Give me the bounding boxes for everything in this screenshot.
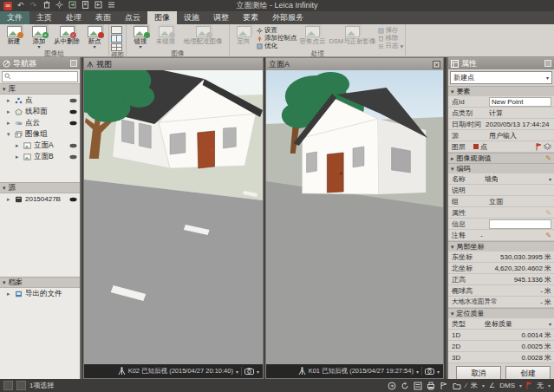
section-feature[interactable]: ▾ 要素 [448,86,554,96]
redo-icon[interactable]: ↷ [29,1,38,10]
edit-icon[interactable]: ✎ [545,232,551,239]
tab-pointclouds[interactable]: 点云 [118,11,147,24]
edit-icon[interactable]: ✎ [545,209,551,217]
add-control-point-button[interactable]: 添加控制点 [257,35,297,42]
feature-mode-dropdown[interactable]: 无 [537,381,544,390]
info-field[interactable] [489,219,551,229]
print-icon[interactable] [427,382,435,390]
flag-icon[interactable] [536,143,542,151]
tab-file[interactable]: 文件 [0,11,29,24]
scene-facade-a[interactable] [266,70,443,364]
angle-unit-dropdown[interactable]: DMS [499,382,515,389]
group-label-process: 处理 [231,49,403,57]
viewport-facade-header[interactable]: 立面A ✕ [266,58,443,70]
new-imagegroup-button[interactable]: 新建 [2,25,26,45]
tree-item-source-file[interactable]: ▸ 20150427B [0,193,80,205]
app-logo-icon[interactable]: ∞ [3,2,12,10]
save-button[interactable]: 保存 [378,27,404,34]
add-images-button[interactable]: + 添加 ▾ [27,25,51,49]
viewport-3d-header[interactable]: 视图 [84,58,263,70]
settings-icon[interactable] [55,1,64,10]
view-single-icon[interactable] [111,26,122,34]
folder-icon[interactable] [453,382,461,390]
tree-section-library[interactable]: ▾ 库 [0,83,80,95]
search-input[interactable] [2,71,78,82]
tab-infrastructure[interactable]: 设施 [177,11,206,24]
log-list-icon[interactable] [414,382,422,390]
import-icon[interactable] [68,1,77,10]
marker-icon[interactable] [440,382,448,390]
tab-home[interactable]: 主页 [29,11,59,24]
tab-processing[interactable]: 处理 [59,11,88,24]
selection-mode-icon[interactable] [3,381,13,390]
tree-item-exported-files[interactable]: ▸ 导出的文件 [0,288,80,299]
refresh-icon[interactable] [401,382,409,390]
tab-features[interactable]: 要素 [236,11,265,24]
eye-icon[interactable] [69,154,77,160]
eye-icon[interactable] [69,143,77,148]
dsm-ortho-button[interactable]: DSM与正射影像 [329,25,377,45]
scene-3d[interactable] [84,70,263,364]
section-local-coordinates[interactable]: ▾ 局部坐标 [448,241,554,252]
station-label[interactable]: K02 已知后视 (2015/04/27 20:10:40) [128,367,233,376]
settings-small-button[interactable]: 设置 [257,27,297,34]
view-quad-icon[interactable] [111,43,122,51]
layers-icon[interactable] [544,143,551,150]
orient-button[interactable]: 定向 [231,25,256,45]
tree-section-archive[interactable]: ▾ 档案 [0,277,80,288]
photo-unlink-icon [159,26,173,37]
quality-type-dropdown[interactable]: 坐标质量 [485,319,547,329]
remove-button[interactable]: 移除 [378,35,404,42]
eye-icon[interactable] [69,98,77,103]
tab-surfaces[interactable]: 表面 [88,11,118,24]
list-icon[interactable] [107,1,116,10]
tree-item-points[interactable]: ▸ 点 [0,95,80,106]
eye-icon[interactable] [69,109,77,114]
photo-geo-icon [196,26,211,37]
camera-icon[interactable] [244,368,254,375]
snap-mode-icon[interactable] [16,381,26,390]
tree-item-imagegroup[interactable]: ▾ 图像组 [0,128,80,140]
pin-icon[interactable] [544,60,551,67]
view-split-icon[interactable] [111,35,122,42]
eye-icon[interactable] [69,121,77,126]
distance-unit-dropdown[interactable]: 米 [471,381,478,390]
unlink-button[interactable]: 未链接 [153,25,178,45]
tree-section-source[interactable]: ▾ 源 [0,182,80,193]
tree-item-lines-areas[interactable]: ▸ 线和面 [0,106,80,117]
section-image-observations[interactable]: ▸ 图像观测值 ✎ [448,153,554,163]
close-icon[interactable]: ✕ [433,61,440,69]
tab-imaging[interactable]: 图像 [147,11,177,24]
layer-value[interactable]: 点 [473,142,536,152]
pin-icon[interactable] [70,60,77,67]
station-label[interactable]: K01 已知后视 (2015/04/27 19:27:54) [309,367,414,376]
report-icon[interactable] [81,1,90,10]
optimize-button[interactable]: 优化 [257,42,297,49]
code-name-dropdown[interactable]: 墙角 [485,174,547,184]
dense-cloud-button[interactable]: 密集点云 [298,25,328,45]
undo-icon[interactable]: ↶ [16,1,25,10]
tree-item-facade-a[interactable]: ▸ 立面A [0,140,80,151]
preset-dropdown[interactable]: 新建点 ▾ [450,71,552,84]
new-point-button[interactable]: 新点 ▾ [82,25,107,49]
tree-item-facade-b[interactable]: ▸ 立面B [0,151,80,162]
camera-icon[interactable] [425,368,434,375]
log-button[interactable]: 日志 ▾ [378,42,404,49]
export-icon[interactable] [94,1,103,10]
georeference-button[interactable]: 地理配准图像 [179,25,227,45]
edit-icon[interactable]: ✎ [545,154,551,162]
sync-icon[interactable] [388,382,396,390]
create-button[interactable]: 创建 [505,366,551,380]
cancel-button[interactable]: 取消 [456,366,501,380]
link-button[interactable]: 链接 ▾ [128,25,153,49]
navigator-panel: 导航器 ▾ 库 ▸ 点 ▸ 线和面 ▸ 点云 ▾ [0,57,81,379]
point-id-field[interactable]: New Point [489,97,551,107]
section-position-quality[interactable]: ▾ 定位质量 [448,308,554,318]
eye-icon[interactable] [69,197,77,202]
delete-icon[interactable] [42,1,51,10]
section-coding[interactable]: ▾ 编码 [448,163,554,173]
remove-from-button[interactable]: - 从中删除 [52,25,81,45]
tab-services[interactable]: 外部服务 [265,11,310,24]
tree-item-pointcloud[interactable]: ▸ 点云 [0,117,80,128]
tab-adjustments[interactable]: 调整 [206,11,236,24]
